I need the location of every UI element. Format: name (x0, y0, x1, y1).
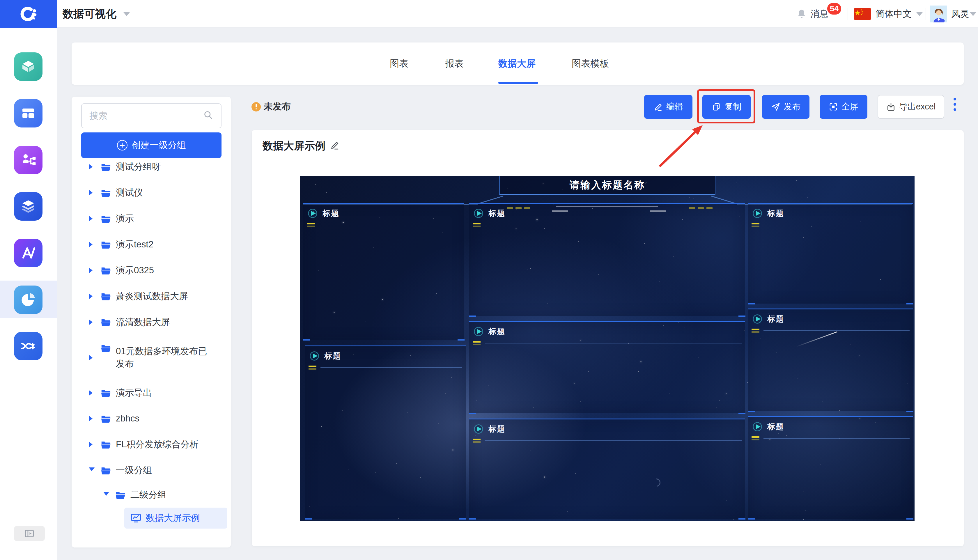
rail-item-visualization[interactable] (14, 285, 42, 314)
preview-panel: 标题 (469, 321, 745, 413)
tree-item-selected[interactable]: 数据大屏示例 (124, 508, 227, 528)
tree-item-label: 萧炎测试数据大屏 (116, 290, 188, 303)
tree-item[interactable]: 萧炎测试数据大屏 (72, 287, 231, 306)
org-chart-icon (20, 152, 37, 168)
caret-right-icon[interactable] (89, 267, 93, 273)
panel-title: 标题 (767, 314, 784, 324)
folder-icon (101, 266, 111, 275)
export-excel-button[interactable]: 导出excel (878, 95, 944, 119)
tree-item[interactable]: 一级分组 (72, 461, 231, 480)
publish-button[interactable]: 发布 (762, 95, 810, 119)
caret-right-icon[interactable] (89, 293, 93, 299)
caret-right-icon[interactable] (89, 216, 93, 222)
tab-data-screen[interactable]: 数据大屏 (498, 42, 536, 85)
preview-panel: 标题 (469, 203, 745, 316)
tree-item[interactable]: 演示 (72, 209, 231, 228)
more-actions-menu[interactable] (953, 98, 956, 113)
app-title-caret-icon[interactable] (123, 12, 130, 16)
folder-icon (101, 292, 111, 301)
folder-icon (115, 490, 126, 500)
pencil-icon (653, 102, 663, 112)
panel-title: 标题 (767, 208, 784, 218)
tree-item[interactable]: FL积分发放综合分析 (72, 435, 231, 454)
tab-charts[interactable]: 图表 (390, 42, 408, 85)
tree-item[interactable]: 演示导出 (72, 383, 231, 403)
language-caret-icon[interactable] (916, 12, 923, 16)
edit-button[interactable]: 编辑 (644, 95, 693, 119)
tree-item[interactable]: 测试分组呀 (72, 157, 231, 177)
user-avatar[interactable] (930, 5, 947, 22)
rename-pencil-icon[interactable] (330, 140, 340, 150)
tree-item[interactable]: 01元数据多环境发布已发布 (72, 338, 231, 377)
module-tabs-card: 图表 报表 数据大屏 图表模板 (72, 42, 964, 85)
caret-right-icon[interactable] (89, 164, 93, 170)
folder-icon (101, 388, 111, 398)
tree-item[interactable]: 二级分组 (72, 485, 231, 504)
rail-item-orgchart[interactable] (14, 146, 42, 174)
folder-icon (101, 240, 111, 250)
caret-right-icon[interactable] (89, 319, 93, 325)
user-menu-caret-icon[interactable] (970, 12, 976, 16)
folder-icon (101, 440, 111, 449)
screen-title: 数据大屏示例 (263, 139, 325, 153)
paper-plane-icon (771, 102, 780, 112)
divider (848, 8, 848, 20)
tree-item[interactable]: 演示0325 (72, 261, 231, 280)
group-tree-panel: 创建一级分组 测试分组呀 测试仪 演示 演示test2 演示0325 萧炎测试数… (72, 97, 231, 547)
language-selector[interactable]: 简体中文 (876, 0, 911, 28)
username[interactable]: 风灵 (951, 0, 969, 28)
app-logo[interactable] (0, 0, 57, 28)
divider (926, 8, 926, 20)
folder-icon (101, 162, 111, 172)
tree-item[interactable]: zbhcs (72, 409, 231, 428)
rail-item-layout[interactable] (14, 99, 42, 127)
folder-icon (101, 318, 111, 327)
search-input[interactable] (81, 103, 222, 128)
play-icon (752, 313, 763, 325)
bell-icon[interactable] (796, 8, 807, 19)
caret-right-icon[interactable] (89, 390, 93, 396)
tree-item[interactable]: 演示test2 (72, 235, 231, 254)
cube-icon (20, 58, 37, 75)
caret-down-icon[interactable] (89, 467, 95, 471)
create-group-button[interactable]: 创建一级分组 (81, 132, 222, 158)
folder-icon (101, 188, 111, 198)
play-icon (752, 421, 763, 433)
caret-down-icon[interactable] (103, 492, 109, 496)
caret-right-icon[interactable] (89, 442, 93, 447)
caret-right-icon[interactable] (89, 416, 93, 422)
active-tab-underline (498, 82, 538, 84)
tab-chart-templates[interactable]: 图表模板 (571, 42, 609, 85)
export-icon (886, 102, 896, 112)
caret-right-icon[interactable] (89, 190, 93, 196)
panel-title: 标题 (488, 326, 505, 337)
tree-item[interactable]: 测试仪 (72, 183, 231, 202)
tree-item-label: 一级分组 (116, 464, 152, 477)
rail-item-cube[interactable] (14, 52, 42, 81)
plus-circle-icon (117, 140, 127, 150)
tree-item-label: 演示0325 (116, 264, 154, 277)
tree-item-label: 演示 (116, 212, 134, 225)
annotation-arrow (649, 122, 710, 175)
rail-item-dataflow[interactable] (14, 332, 42, 360)
messages-link[interactable]: 消息 (810, 0, 828, 28)
create-group-label: 创建一级分组 (132, 139, 186, 152)
tree-item[interactable]: 流清数据大屏 (72, 313, 231, 332)
fullscreen-button[interactable]: 全屏 (820, 95, 867, 119)
rail-item-layers[interactable] (14, 192, 42, 221)
tree-item-label: 数据大屏示例 (146, 512, 200, 524)
tree-item-label: zbhcs (116, 412, 140, 425)
collapse-sidebar-button[interactable] (14, 526, 45, 541)
tab-reports[interactable]: 报表 (445, 42, 464, 85)
screen-preview[interactable]: 请输入标题名称 标题 标题 标题 标题 标题 (300, 176, 915, 521)
preview-panel: 标题 (305, 345, 466, 519)
publish-status: 未发布 (264, 100, 291, 113)
caret-right-icon[interactable] (89, 242, 93, 247)
caret-right-icon[interactable] (89, 355, 93, 361)
rail-item-ai[interactable] (14, 239, 42, 267)
folder-icon (101, 414, 111, 423)
preview-panel: 标题 (469, 418, 745, 519)
edit-button-label: 编辑 (666, 101, 683, 113)
tree-item-label: 流清数据大屏 (116, 316, 170, 328)
play-icon (473, 326, 485, 337)
